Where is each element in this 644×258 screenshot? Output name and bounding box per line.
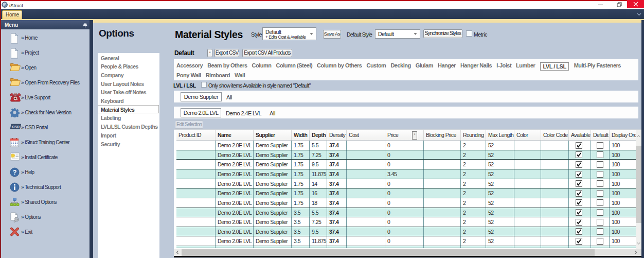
svg-text:?: ? — [13, 169, 17, 176]
svg-text:CSD: CSD — [12, 125, 20, 129]
